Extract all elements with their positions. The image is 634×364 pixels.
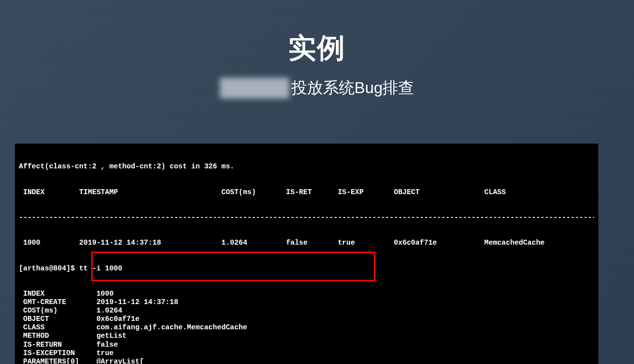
table-header: INDEX TIMESTAMP COST(ms) IS-RET IS-EXP O…: [19, 188, 594, 197]
terminal-output: Affect(class-cnt:2 , method-cnt:2) cost …: [15, 144, 598, 364]
prompt-line: [arthas@804]$ tt -i 1000: [19, 264, 594, 273]
slide-title: 实例: [0, 30, 634, 67]
detail-line: IS-RETURN false: [19, 341, 594, 349]
detail-line: OBJECT 0x6c0af71e: [19, 315, 594, 323]
redacted-text: [220, 78, 289, 99]
detail-line: COST(ms) 1.0264: [19, 307, 594, 315]
detail-line: GMT-CREATE 2019-11-12 14:37:18: [19, 298, 594, 307]
detail-line: METHOD getList: [19, 332, 594, 340]
slide-subtitle: 投放系统Bug排查: [0, 77, 634, 99]
detail-line: PARAMETERS[0] @ArrayList[: [19, 358, 594, 364]
subtitle-text: 投放系统Bug排查: [291, 77, 415, 99]
affect-line: Affect(class-cnt:2 , method-cnt:2) cost …: [19, 162, 594, 171]
separator: ----------------------------------------…: [19, 213, 594, 222]
detail-line: IS-EXCEPTION true: [19, 349, 594, 358]
detail-line: INDEX 1000: [19, 290, 594, 298]
table-row: 1000 2019-11-12 14:37:18 1.0264 false tr…: [19, 239, 594, 247]
detail-line: CLASS com.aifang.ajf.cache.MemcachedCach…: [19, 323, 594, 332]
detail-lines: INDEX 1000 GMT-CREATE 2019-11-12 14:37:1…: [19, 290, 594, 364]
